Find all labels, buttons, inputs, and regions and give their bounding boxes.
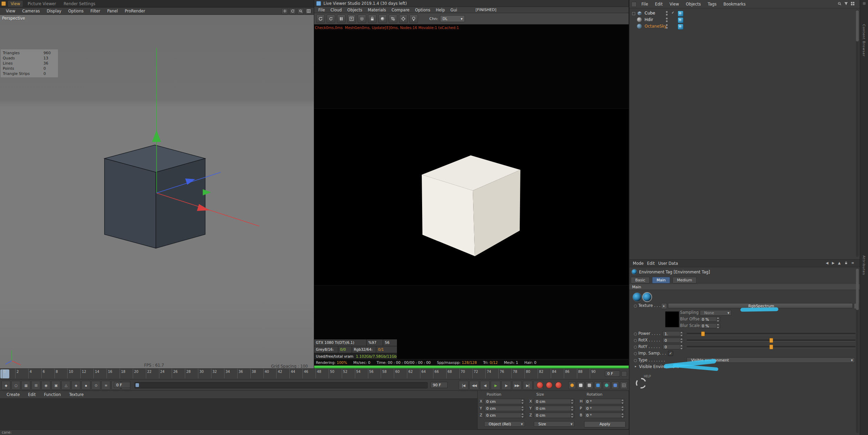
size-y-field[interactable]: 0 cm	[534, 406, 575, 411]
go-to-start-icon[interactable]: |◀	[459, 381, 468, 390]
power-field[interactable]: 1.	[662, 331, 684, 336]
menu-options[interactable]: Options	[65, 9, 87, 13]
rotation-h-field[interactable]: 0 °	[584, 399, 625, 404]
viewport-camera-label[interactable]: Perspective	[2, 16, 25, 21]
rotation-b-field[interactable]: 0 °	[584, 413, 625, 418]
timeline-tick[interactable]: 28	[185, 369, 198, 378]
crop-region-icon[interactable]	[389, 14, 397, 23]
timeline-tick[interactable]: 78	[511, 369, 525, 378]
texture-channel-icon[interactable]	[632, 292, 642, 302]
timeline-tick[interactable]: 76	[498, 369, 511, 378]
timeline-tick[interactable]: 70	[459, 369, 472, 378]
stepper-icon[interactable]	[521, 399, 524, 404]
timeline-tick[interactable]: 72	[472, 369, 486, 378]
autokey-icon[interactable]	[546, 382, 552, 388]
am-menu-mode[interactable]: Mode	[633, 261, 647, 266]
timeline-tick[interactable]: 52	[342, 369, 355, 378]
timeline-tool-icon-3[interactable]: ▦	[21, 381, 30, 390]
previous-frame-icon[interactable]: ◀	[480, 381, 490, 390]
timeline-tick[interactable]: 30	[198, 369, 211, 378]
stepper-icon[interactable]	[716, 324, 720, 328]
octane-menu-gui[interactable]: Gui	[448, 8, 460, 12]
channel-dropdown[interactable]: DL▾	[440, 15, 465, 22]
panel-menu-icon[interactable]: ≡	[851, 261, 854, 265]
timeline-tick[interactable]: 86	[564, 369, 577, 378]
enabled-check-icon[interactable]: ✓	[671, 11, 674, 14]
octane-menu-materials[interactable]: Materials	[365, 8, 389, 12]
timeline-tick[interactable]: 38	[250, 369, 263, 378]
menu-panel[interactable]: Panel	[104, 9, 121, 13]
rotx-slider[interactable]	[687, 339, 856, 341]
scale-toggle-icon[interactable]	[586, 381, 593, 389]
roty-slider[interactable]	[687, 346, 856, 348]
render-view[interactable]: Check0ms,0ms MeshGen0ms, Update[E]0ms, N…	[314, 25, 629, 359]
stepper-icon[interactable]	[570, 406, 574, 411]
timeline-tick[interactable]: 66	[433, 369, 446, 378]
rotation-toggle-icon[interactable]	[594, 381, 602, 389]
filter-icon[interactable]	[844, 1, 848, 7]
mat-menu-create[interactable]: Create	[3, 392, 23, 397]
stepper-icon[interactable]	[521, 406, 524, 411]
mat-menu-texture[interactable]: Texture	[66, 392, 87, 397]
material-ball-icon[interactable]	[378, 14, 387, 23]
orbit-view-icon[interactable]	[289, 8, 296, 14]
next-key-icon[interactable]: ▶▶	[512, 381, 522, 390]
octane-menu-help[interactable]: Help	[433, 8, 448, 12]
object-manager-scrollbar[interactable]	[856, 10, 859, 257]
om-menu-bookmarks[interactable]: Bookmarks	[720, 2, 749, 7]
timeline-tick[interactable]: 54	[355, 369, 368, 378]
timeline-tick[interactable]: 12	[80, 369, 93, 378]
tab-picture-viewer[interactable]: Picture Viewer	[25, 1, 59, 7]
stepper-icon[interactable]	[521, 413, 524, 418]
focus-picker-icon[interactable]	[399, 14, 408, 23]
next-frame-icon[interactable]: ▶	[501, 381, 511, 390]
object-row-cube[interactable]: Cube ✓	[629, 10, 860, 17]
animation-dot-icon[interactable]	[634, 359, 637, 362]
history-back-icon[interactable]: ◀	[826, 261, 829, 265]
stepper-icon[interactable]	[716, 317, 720, 322]
am-menu-userdata[interactable]: User Data	[658, 261, 681, 266]
timeline-tick[interactable]: 20	[133, 369, 146, 378]
timeline-tick[interactable]: 24	[159, 369, 172, 378]
play-icon[interactable]: ▶	[491, 381, 500, 390]
texture-channel-icon-selected[interactable]	[642, 292, 652, 302]
previous-key-icon[interactable]: ◀◀	[469, 381, 479, 390]
lock-icon[interactable]	[844, 261, 848, 265]
timeline-tick[interactable]: 14	[93, 369, 107, 378]
timeline-tick[interactable]: 16	[107, 369, 120, 378]
timeline-tick[interactable]: 46	[302, 369, 316, 378]
stepper-icon[interactable]	[621, 406, 624, 411]
stepper-icon[interactable]	[570, 413, 574, 418]
timeline-tick[interactable]: 64	[420, 369, 433, 378]
slider-knob[interactable]	[769, 345, 773, 349]
mat-menu-function[interactable]: Function	[41, 392, 64, 397]
timeline-tick[interactable]: 80	[525, 369, 538, 378]
timeline-tool-icon-9[interactable]: ▪	[81, 381, 90, 390]
up-level-icon[interactable]: ▲	[838, 261, 841, 265]
timeline-tool-icon-4[interactable]: ⊞	[31, 381, 40, 390]
om-menu-tags[interactable]: Tags	[705, 2, 719, 7]
timeline-tick[interactable]: 84	[551, 369, 564, 378]
timeline-tick[interactable]: 2	[15, 369, 28, 378]
timeline-tick[interactable]: 32	[211, 369, 224, 378]
object-name[interactable]: OctaneSky	[645, 24, 667, 29]
texture-preview-thumbnail[interactable]	[665, 311, 679, 327]
animation-dot-icon[interactable]	[634, 332, 637, 336]
menu-display[interactable]: Display	[43, 9, 64, 13]
animation-dot-icon[interactable]	[634, 339, 637, 342]
keyframe-selection-icon[interactable]	[555, 382, 562, 388]
object-manager-icon[interactable]	[631, 2, 637, 7]
apply-button[interactable]: Apply	[584, 421, 626, 427]
am-menu-edit[interactable]: Edit	[647, 261, 658, 266]
stepper-icon[interactable]	[621, 399, 624, 404]
layout-icon[interactable]	[1, 1, 6, 6]
timeline-ruler[interactable]: 0246810121416182022242628303234363840424…	[0, 368, 629, 379]
timeline-tick[interactable]: 48	[316, 369, 329, 378]
stepper-icon[interactable]	[680, 332, 683, 336]
timeline-tool-icon-7[interactable]: △	[61, 381, 70, 390]
timeline-tick[interactable]: 36	[237, 369, 250, 378]
refresh-render-icon[interactable]	[327, 14, 335, 23]
sky-tag-icon[interactable]	[678, 24, 684, 30]
pla-toggle-icon[interactable]	[611, 381, 619, 389]
tab-medium[interactable]: Medium	[672, 277, 697, 283]
